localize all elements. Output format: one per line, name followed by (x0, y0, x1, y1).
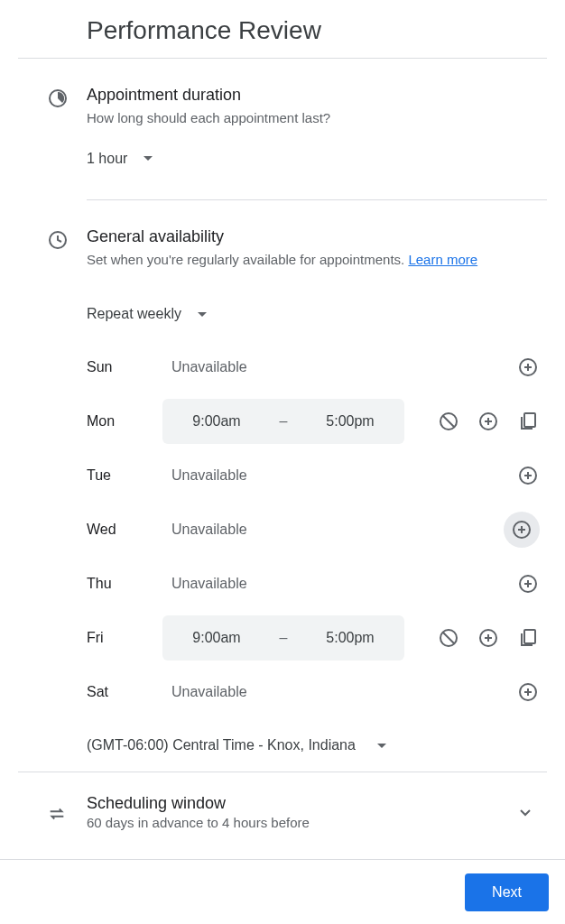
end-time-field[interactable]: 5:00pm (301, 413, 399, 430)
day-label: Wed (87, 522, 155, 538)
time-dash: – (265, 413, 301, 430)
scheduling-heading: Scheduling window (87, 794, 504, 813)
start-time-field[interactable]: 9:00am (168, 413, 265, 430)
add-icon[interactable] (516, 680, 540, 704)
add-icon[interactable] (516, 356, 540, 379)
scheduling-subtitle: 60 days in advance to 4 hours before (87, 815, 504, 830)
swap-icon (18, 800, 87, 824)
repeat-label: Repeat weekly (87, 306, 181, 322)
duration-section: Appointment duration How long should eac… (18, 59, 547, 183)
page-title: Performance Review (18, 0, 547, 59)
add-icon[interactable] (504, 512, 540, 548)
copy-icon[interactable] (516, 410, 540, 433)
add-icon[interactable] (516, 464, 540, 487)
day-row-fri: Fri 9:00am – 5:00pm (87, 611, 540, 665)
day-label: Thu (87, 576, 155, 592)
day-row-tue: Tue Unavailable (87, 448, 540, 503)
day-row-thu: Thu Unavailable (87, 557, 540, 611)
unavailable-icon[interactable] (437, 626, 460, 650)
unavailable-text: Unavailable (162, 467, 247, 484)
clock-icon (18, 227, 87, 772)
footer: Next (0, 859, 565, 924)
day-row-sat: Sat Unavailable (87, 665, 540, 719)
svg-rect-11 (524, 630, 535, 643)
day-row-sun: Sun Unavailable (87, 340, 540, 394)
day-label: Sat (87, 684, 155, 700)
unavailable-text: Unavailable (162, 684, 247, 700)
start-time-field[interactable]: 9:00am (168, 630, 265, 646)
expand-icon[interactable] (504, 801, 547, 823)
unavailable-icon[interactable] (437, 410, 460, 433)
availability-section: General availability Set when you're reg… (18, 200, 547, 772)
dropdown-arrow-icon (198, 312, 207, 317)
time-range: 9:00am – 5:00pm (162, 615, 404, 661)
repeat-dropdown[interactable]: Repeat weekly (87, 270, 540, 328)
add-icon[interactable] (477, 626, 500, 650)
duration-subtitle: How long should each appointment last? (87, 108, 540, 129)
duration-value: 1 hour (87, 151, 127, 167)
availability-subtitle: Set when you're regularly available for … (87, 250, 540, 271)
scheduling-section[interactable]: Scheduling window 60 days in advance to … (18, 772, 547, 846)
duration-heading: Appointment duration (87, 86, 540, 105)
days-list: Sun Unavailable Mon 9:00am – (87, 328, 540, 719)
availability-heading: General availability (87, 227, 540, 246)
day-label: Sun (87, 359, 155, 375)
add-icon[interactable] (516, 572, 540, 596)
time-dash: – (265, 630, 301, 646)
day-row-mon: Mon 9:00am – 5:00pm (87, 394, 540, 448)
add-icon[interactable] (477, 410, 500, 433)
day-label: Fri (87, 630, 155, 646)
unavailable-text: Unavailable (162, 359, 247, 375)
end-time-field[interactable]: 5:00pm (301, 630, 399, 646)
dropdown-arrow-icon (377, 744, 386, 748)
day-label: Tue (87, 467, 155, 484)
duration-dropdown[interactable]: 1 hour (87, 129, 540, 183)
next-button[interactable]: Next (465, 873, 549, 911)
unavailable-text: Unavailable (162, 576, 247, 592)
copy-icon[interactable] (516, 626, 540, 650)
svg-rect-5 (524, 413, 535, 427)
day-label: Mon (87, 413, 155, 430)
day-row-wed: Wed Unavailable (87, 503, 540, 557)
learn-more-link[interactable]: Learn more (408, 252, 477, 267)
time-range: 9:00am – 5:00pm (162, 399, 404, 444)
timezone-dropdown[interactable]: (GMT-06:00) Central Time - Knox, Indiana (87, 719, 540, 772)
dropdown-arrow-icon (144, 156, 153, 161)
timezone-value: (GMT-06:00) Central Time - Knox, Indiana (87, 737, 356, 753)
unavailable-text: Unavailable (162, 522, 247, 538)
duration-icon (18, 86, 87, 183)
